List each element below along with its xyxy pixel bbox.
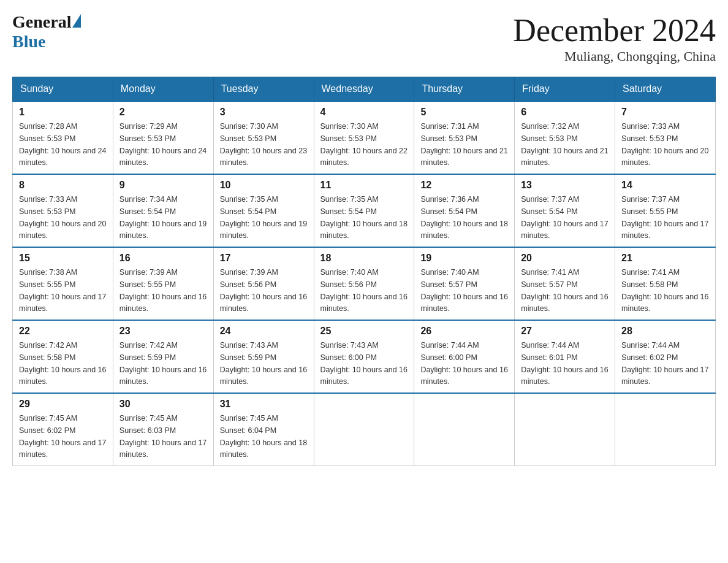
day-number: 27 bbox=[521, 326, 609, 337]
table-row: 27 Sunrise: 7:44 AMSunset: 6:01 PMDaylig… bbox=[515, 320, 615, 393]
table-row bbox=[414, 393, 515, 466]
day-info: Sunrise: 7:41 AMSunset: 5:57 PMDaylight:… bbox=[521, 268, 608, 313]
day-info: Sunrise: 7:35 AMSunset: 5:54 PMDaylight:… bbox=[220, 195, 307, 240]
day-number: 6 bbox=[521, 107, 609, 118]
day-number: 8 bbox=[19, 180, 107, 191]
day-info: Sunrise: 7:41 AMSunset: 5:58 PMDaylight:… bbox=[621, 268, 708, 313]
day-info: Sunrise: 7:31 AMSunset: 5:53 PMDaylight:… bbox=[420, 122, 507, 167]
day-number: 15 bbox=[19, 253, 107, 264]
calendar-week-row: 15 Sunrise: 7:38 AMSunset: 5:55 PMDaylig… bbox=[13, 247, 716, 320]
day-number: 17 bbox=[220, 253, 308, 264]
day-info: Sunrise: 7:29 AMSunset: 5:53 PMDaylight:… bbox=[119, 122, 207, 167]
day-number: 29 bbox=[19, 399, 107, 410]
day-number: 10 bbox=[220, 180, 308, 191]
day-info: Sunrise: 7:33 AMSunset: 5:53 PMDaylight:… bbox=[621, 122, 708, 167]
day-number: 11 bbox=[320, 180, 408, 191]
day-info: Sunrise: 7:35 AMSunset: 5:54 PMDaylight:… bbox=[320, 195, 408, 240]
table-row: 1 Sunrise: 7:28 AMSunset: 5:53 PMDayligh… bbox=[13, 101, 113, 174]
day-info: Sunrise: 7:45 AMSunset: 6:04 PMDaylight:… bbox=[220, 414, 307, 459]
table-row: 18 Sunrise: 7:40 AMSunset: 5:56 PMDaylig… bbox=[314, 247, 414, 320]
table-row: 7 Sunrise: 7:33 AMSunset: 5:53 PMDayligh… bbox=[615, 101, 716, 174]
calendar-week-row: 29 Sunrise: 7:45 AMSunset: 6:02 PMDaylig… bbox=[13, 393, 716, 466]
table-row: 17 Sunrise: 7:39 AMSunset: 5:56 PMDaylig… bbox=[213, 247, 314, 320]
table-row: 3 Sunrise: 7:30 AMSunset: 5:53 PMDayligh… bbox=[213, 101, 314, 174]
day-info: Sunrise: 7:32 AMSunset: 5:53 PMDaylight:… bbox=[521, 122, 608, 167]
logo: General Blue bbox=[12, 12, 81, 52]
table-row: 13 Sunrise: 7:37 AMSunset: 5:54 PMDaylig… bbox=[515, 174, 615, 247]
day-info: Sunrise: 7:37 AMSunset: 5:54 PMDaylight:… bbox=[521, 195, 608, 240]
header-saturday: Saturday bbox=[615, 77, 716, 102]
table-row: 8 Sunrise: 7:33 AMSunset: 5:53 PMDayligh… bbox=[13, 174, 113, 247]
table-row: 5 Sunrise: 7:31 AMSunset: 5:53 PMDayligh… bbox=[414, 101, 515, 174]
day-number: 7 bbox=[621, 107, 709, 118]
table-row: 31 Sunrise: 7:45 AMSunset: 6:04 PMDaylig… bbox=[213, 393, 314, 466]
logo-blue-text: Blue bbox=[12, 32, 45, 52]
day-number: 9 bbox=[119, 180, 207, 191]
header-friday: Friday bbox=[515, 77, 615, 102]
table-row: 19 Sunrise: 7:40 AMSunset: 5:57 PMDaylig… bbox=[414, 247, 515, 320]
calendar-header-row: Sunday Monday Tuesday Wednesday Thursday… bbox=[13, 77, 716, 102]
table-row: 10 Sunrise: 7:35 AMSunset: 5:54 PMDaylig… bbox=[213, 174, 314, 247]
day-info: Sunrise: 7:37 AMSunset: 5:55 PMDaylight:… bbox=[621, 195, 708, 240]
header-thursday: Thursday bbox=[414, 77, 515, 102]
calendar-week-row: 8 Sunrise: 7:33 AMSunset: 5:53 PMDayligh… bbox=[13, 174, 716, 247]
table-row: 12 Sunrise: 7:36 AMSunset: 5:54 PMDaylig… bbox=[414, 174, 515, 247]
table-row: 9 Sunrise: 7:34 AMSunset: 5:54 PMDayligh… bbox=[113, 174, 213, 247]
day-number: 26 bbox=[420, 326, 508, 337]
calendar-week-row: 1 Sunrise: 7:28 AMSunset: 5:53 PMDayligh… bbox=[13, 101, 716, 174]
header-sunday: Sunday bbox=[13, 77, 113, 102]
day-info: Sunrise: 7:44 AMSunset: 6:02 PMDaylight:… bbox=[621, 341, 708, 386]
day-number: 21 bbox=[621, 253, 709, 264]
table-row: 20 Sunrise: 7:41 AMSunset: 5:57 PMDaylig… bbox=[515, 247, 615, 320]
day-info: Sunrise: 7:39 AMSunset: 5:55 PMDaylight:… bbox=[119, 268, 207, 313]
day-number: 24 bbox=[220, 326, 308, 337]
header-monday: Monday bbox=[113, 77, 213, 102]
day-info: Sunrise: 7:28 AMSunset: 5:53 PMDaylight:… bbox=[19, 122, 106, 167]
day-info: Sunrise: 7:45 AMSunset: 6:03 PMDaylight:… bbox=[119, 414, 207, 459]
day-number: 31 bbox=[220, 399, 308, 410]
day-info: Sunrise: 7:33 AMSunset: 5:53 PMDaylight:… bbox=[19, 195, 106, 240]
day-number: 25 bbox=[320, 326, 408, 337]
day-number: 20 bbox=[521, 253, 609, 264]
table-row: 25 Sunrise: 7:43 AMSunset: 6:00 PMDaylig… bbox=[314, 320, 414, 393]
table-row bbox=[515, 393, 615, 466]
logo-triangle-icon bbox=[72, 14, 81, 28]
table-row: 29 Sunrise: 7:45 AMSunset: 6:02 PMDaylig… bbox=[13, 393, 113, 466]
day-number: 22 bbox=[19, 326, 107, 337]
table-row: 2 Sunrise: 7:29 AMSunset: 5:53 PMDayligh… bbox=[113, 101, 213, 174]
day-number: 12 bbox=[420, 180, 508, 191]
day-info: Sunrise: 7:43 AMSunset: 6:00 PMDaylight:… bbox=[320, 341, 408, 386]
table-row: 28 Sunrise: 7:44 AMSunset: 6:02 PMDaylig… bbox=[615, 320, 716, 393]
day-number: 19 bbox=[420, 253, 508, 264]
day-number: 30 bbox=[119, 399, 207, 410]
day-info: Sunrise: 7:43 AMSunset: 5:59 PMDaylight:… bbox=[220, 341, 307, 386]
table-row: 14 Sunrise: 7:37 AMSunset: 5:55 PMDaylig… bbox=[615, 174, 716, 247]
calendar-week-row: 22 Sunrise: 7:42 AMSunset: 5:58 PMDaylig… bbox=[13, 320, 716, 393]
table-row: 4 Sunrise: 7:30 AMSunset: 5:53 PMDayligh… bbox=[314, 101, 414, 174]
day-info: Sunrise: 7:38 AMSunset: 5:55 PMDaylight:… bbox=[19, 268, 106, 313]
calendar-table: Sunday Monday Tuesday Wednesday Thursday… bbox=[12, 77, 716, 466]
day-number: 28 bbox=[621, 326, 709, 337]
day-number: 5 bbox=[420, 107, 508, 118]
table-row: 6 Sunrise: 7:32 AMSunset: 5:53 PMDayligh… bbox=[515, 101, 615, 174]
day-info: Sunrise: 7:34 AMSunset: 5:54 PMDaylight:… bbox=[119, 195, 207, 240]
table-row: 11 Sunrise: 7:35 AMSunset: 5:54 PMDaylig… bbox=[314, 174, 414, 247]
location-subtitle: Muliang, Chongqing, China bbox=[513, 48, 716, 64]
table-row: 15 Sunrise: 7:38 AMSunset: 5:55 PMDaylig… bbox=[13, 247, 113, 320]
title-section: December 2024 Muliang, Chongqing, China bbox=[513, 12, 716, 64]
day-info: Sunrise: 7:44 AMSunset: 6:00 PMDaylight:… bbox=[420, 341, 507, 386]
day-number: 4 bbox=[320, 107, 408, 118]
day-info: Sunrise: 7:45 AMSunset: 6:02 PMDaylight:… bbox=[19, 414, 106, 459]
table-row: 26 Sunrise: 7:44 AMSunset: 6:00 PMDaylig… bbox=[414, 320, 515, 393]
day-info: Sunrise: 7:39 AMSunset: 5:56 PMDaylight:… bbox=[220, 268, 307, 313]
table-row: 23 Sunrise: 7:42 AMSunset: 5:59 PMDaylig… bbox=[113, 320, 213, 393]
day-info: Sunrise: 7:42 AMSunset: 5:58 PMDaylight:… bbox=[19, 341, 106, 386]
day-number: 18 bbox=[320, 253, 408, 264]
table-row: 16 Sunrise: 7:39 AMSunset: 5:55 PMDaylig… bbox=[113, 247, 213, 320]
table-row: 30 Sunrise: 7:45 AMSunset: 6:03 PMDaylig… bbox=[113, 393, 213, 466]
day-number: 2 bbox=[119, 107, 207, 118]
month-title: December 2024 bbox=[513, 12, 716, 48]
table-row: 24 Sunrise: 7:43 AMSunset: 5:59 PMDaylig… bbox=[213, 320, 314, 393]
day-info: Sunrise: 7:40 AMSunset: 5:57 PMDaylight:… bbox=[420, 268, 507, 313]
day-info: Sunrise: 7:36 AMSunset: 5:54 PMDaylight:… bbox=[420, 195, 507, 240]
